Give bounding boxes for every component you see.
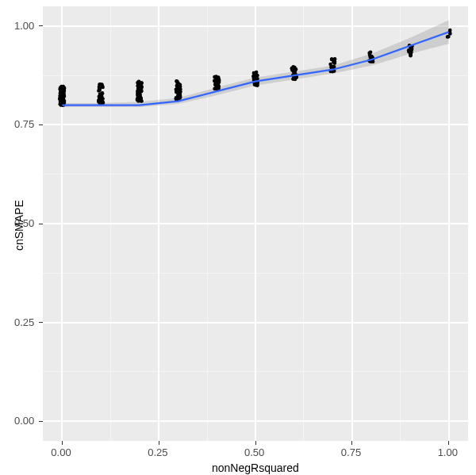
svg-point-124: [101, 91, 105, 95]
svg-point-122: [99, 101, 103, 105]
smooth-line: [62, 32, 448, 105]
svg-point-176: [136, 80, 140, 84]
scatter-points: [58, 29, 451, 107]
svg-point-177: [136, 88, 140, 92]
svg-point-69: [59, 100, 63, 104]
svg-point-178: [136, 91, 140, 95]
svg-point-174: [136, 98, 140, 102]
svg-point-50: [63, 89, 67, 93]
svg-point-268: [216, 80, 220, 84]
svg-point-335: [290, 68, 294, 72]
svg-point-118: [100, 85, 104, 89]
svg-point-229: [175, 97, 178, 101]
svg-point-309: [253, 83, 257, 87]
svg-point-338: [294, 67, 298, 71]
confidence-ribbon: [62, 20, 448, 107]
plot-svg: [0, 0, 476, 475]
y-axis-title: cnSMAPE: [13, 200, 25, 251]
svg-point-224: [178, 86, 182, 90]
svg-point-308: [255, 71, 259, 75]
svg-point-66: [59, 87, 63, 91]
svg-point-172: [139, 99, 143, 103]
svg-point-361: [332, 58, 336, 62]
svg-point-269: [217, 84, 221, 88]
chart-container: 0.000.250.500.751.000.000.250.500.751.00…: [0, 0, 476, 475]
svg-point-115: [97, 89, 101, 93]
svg-point-60: [61, 85, 65, 89]
svg-point-403: [448, 29, 452, 33]
svg-point-226: [175, 90, 179, 94]
svg-point-353: [333, 61, 337, 65]
svg-point-225: [178, 83, 182, 87]
svg-point-363: [328, 63, 332, 67]
x-axis-title: nonNegRsquared: [212, 462, 299, 474]
svg-point-179: [140, 85, 144, 89]
svg-point-171: [140, 81, 144, 85]
svg-point-68: [58, 96, 62, 100]
svg-point-123: [98, 94, 102, 98]
svg-point-399: [409, 51, 413, 55]
svg-point-306: [251, 75, 255, 79]
svg-point-404: [446, 35, 450, 39]
svg-point-382: [369, 51, 373, 55]
